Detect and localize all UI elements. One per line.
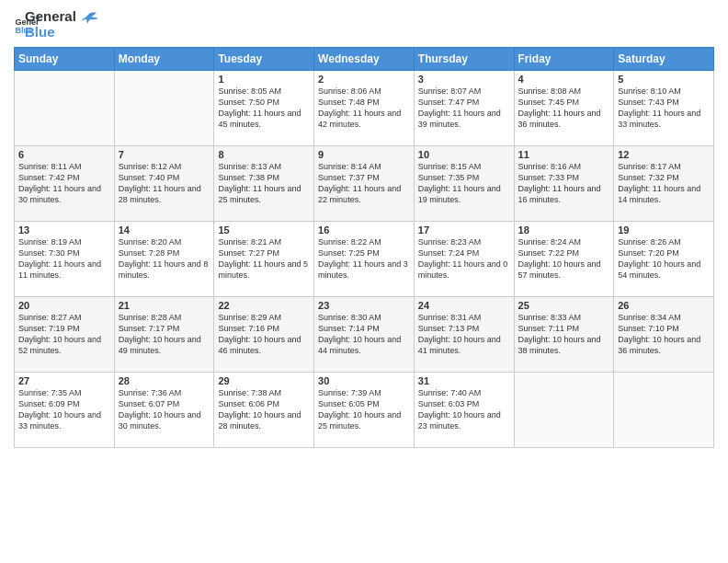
day-number: 12 [618,149,710,160]
day-number: 31 [418,375,510,386]
calendar-cell: 28Sunrise: 7:36 AM Sunset: 6:07 PM Dayli… [114,373,214,448]
day-info: Sunrise: 8:20 AM Sunset: 7:28 PM Dayligh… [119,236,210,282]
day-info: Sunrise: 8:26 AM Sunset: 7:20 PM Dayligh… [618,236,710,282]
day-number: 17 [418,224,510,236]
day-number: 16 [318,224,410,236]
calendar-cell: 19Sunrise: 8:26 AM Sunset: 7:20 PM Dayli… [614,222,714,297]
day-number: 21 [119,300,210,311]
weekday-header-row: SundayMondayTuesdayWednesdayThursdayFrid… [15,48,714,71]
day-info: Sunrise: 8:27 AM Sunset: 7:19 PM Dayligh… [18,312,110,357]
calendar-cell: 6Sunrise: 8:11 AM Sunset: 7:42 PM Daylig… [15,146,115,222]
day-info: Sunrise: 7:36 AM Sunset: 6:07 PM Dayligh… [119,387,210,432]
calendar-cell: 27Sunrise: 7:35 AM Sunset: 6:09 PM Dayli… [15,373,115,448]
day-info: Sunrise: 7:38 AM Sunset: 6:06 PM Dayligh… [218,387,310,432]
day-number: 28 [119,375,210,386]
calendar-cell: 29Sunrise: 7:38 AM Sunset: 6:06 PM Dayli… [214,373,314,448]
calendar-cell [114,71,214,146]
day-info: Sunrise: 8:19 AM Sunset: 7:30 PM Dayligh… [18,236,110,282]
day-info: Sunrise: 8:29 AM Sunset: 7:16 PM Dayligh… [218,312,310,357]
calendar-cell [614,373,714,448]
day-info: Sunrise: 8:22 AM Sunset: 7:25 PM Dayligh… [318,236,410,282]
calendar-cell: 21Sunrise: 8:28 AM Sunset: 7:17 PM Dayli… [114,297,214,373]
calendar-cell: 15Sunrise: 8:21 AM Sunset: 7:27 PM Dayli… [214,222,314,297]
day-number: 4 [518,74,610,85]
day-number: 14 [119,224,210,236]
day-number: 5 [618,74,710,85]
day-number: 22 [218,300,310,311]
calendar-cell: 2Sunrise: 8:06 AM Sunset: 7:48 PM Daylig… [314,71,415,146]
page-container: General Blue General Blue SundayMondayTu… [0,0,728,457]
calendar-cell: 9Sunrise: 8:14 AM Sunset: 7:37 PM Daylig… [314,146,415,222]
weekday-header-saturday: Saturday [614,48,714,71]
calendar-cell: 7Sunrise: 8:12 AM Sunset: 7:40 PM Daylig… [114,146,214,222]
day-info: Sunrise: 8:33 AM Sunset: 7:11 PM Dayligh… [518,312,610,357]
day-number: 2 [318,74,410,85]
day-number: 25 [518,300,610,311]
day-info: Sunrise: 8:05 AM Sunset: 7:50 PM Dayligh… [218,86,310,131]
calendar-week-2: 6Sunrise: 8:11 AM Sunset: 7:42 PM Daylig… [15,146,714,222]
header: General Blue General Blue [14,9,714,40]
logo: General Blue General Blue [14,9,98,40]
day-info: Sunrise: 8:31 AM Sunset: 7:13 PM Dayligh… [418,312,510,357]
calendar-cell: 11Sunrise: 8:16 AM Sunset: 7:33 PM Dayli… [514,146,614,222]
calendar-cell: 24Sunrise: 8:31 AM Sunset: 7:13 PM Dayli… [414,297,514,373]
day-number: 29 [218,375,310,386]
day-number: 8 [218,149,310,160]
day-info: Sunrise: 8:34 AM Sunset: 7:10 PM Dayligh… [618,312,710,357]
logo-bird-icon [78,11,98,31]
calendar-cell: 16Sunrise: 8:22 AM Sunset: 7:25 PM Dayli… [314,222,415,297]
weekday-header-sunday: Sunday [15,48,115,71]
calendar-cell: 20Sunrise: 8:27 AM Sunset: 7:19 PM Dayli… [15,297,115,373]
weekday-header-friday: Friday [514,48,614,71]
calendar-cell: 25Sunrise: 8:33 AM Sunset: 7:11 PM Dayli… [514,297,614,373]
day-info: Sunrise: 8:11 AM Sunset: 7:42 PM Dayligh… [18,161,110,206]
calendar-cell: 4Sunrise: 8:08 AM Sunset: 7:45 PM Daylig… [514,71,614,146]
calendar-cell: 5Sunrise: 8:10 AM Sunset: 7:43 PM Daylig… [614,71,714,146]
day-number: 18 [518,224,610,236]
calendar-cell: 18Sunrise: 8:24 AM Sunset: 7:22 PM Dayli… [514,222,614,297]
day-number: 26 [618,300,710,311]
day-number: 24 [418,300,510,311]
day-info: Sunrise: 8:30 AM Sunset: 7:14 PM Dayligh… [318,312,410,357]
day-number: 10 [418,149,510,160]
day-number: 3 [418,74,510,85]
day-info: Sunrise: 8:28 AM Sunset: 7:17 PM Dayligh… [119,312,210,357]
calendar-table: SundayMondayTuesdayWednesdayThursdayFrid… [14,47,714,448]
day-number: 13 [18,224,110,236]
calendar-week-5: 27Sunrise: 7:35 AM Sunset: 6:09 PM Dayli… [15,373,714,448]
day-number: 7 [119,149,210,160]
logo-blue: Blue [25,25,76,40]
day-info: Sunrise: 8:06 AM Sunset: 7:48 PM Dayligh… [318,86,410,131]
day-info: Sunrise: 7:39 AM Sunset: 6:05 PM Dayligh… [318,387,410,432]
calendar-cell: 31Sunrise: 7:40 AM Sunset: 6:03 PM Dayli… [414,373,514,448]
logo-general: General [25,9,76,25]
day-number: 6 [18,149,110,160]
weekday-header-tuesday: Tuesday [214,48,314,71]
day-number: 23 [318,300,410,311]
calendar-cell: 30Sunrise: 7:39 AM Sunset: 6:05 PM Dayli… [314,373,415,448]
calendar-week-1: 1Sunrise: 8:05 AM Sunset: 7:50 PM Daylig… [15,71,714,146]
calendar-cell: 22Sunrise: 8:29 AM Sunset: 7:16 PM Dayli… [214,297,314,373]
day-number: 9 [318,149,410,160]
calendar-cell: 14Sunrise: 8:20 AM Sunset: 7:28 PM Dayli… [114,222,214,297]
calendar-week-4: 20Sunrise: 8:27 AM Sunset: 7:19 PM Dayli… [15,297,714,373]
day-number: 27 [18,375,110,386]
day-number: 1 [218,74,310,85]
calendar-cell [514,373,614,448]
day-info: Sunrise: 8:23 AM Sunset: 7:24 PM Dayligh… [418,236,510,282]
calendar-cell: 23Sunrise: 8:30 AM Sunset: 7:14 PM Dayli… [314,297,415,373]
day-number: 11 [518,149,610,160]
day-number: 19 [618,224,710,236]
weekday-header-monday: Monday [114,48,214,71]
day-info: Sunrise: 8:16 AM Sunset: 7:33 PM Dayligh… [518,161,610,206]
calendar-cell: 8Sunrise: 8:13 AM Sunset: 7:38 PM Daylig… [214,146,314,222]
calendar-cell: 17Sunrise: 8:23 AM Sunset: 7:24 PM Dayli… [414,222,514,297]
day-info: Sunrise: 8:24 AM Sunset: 7:22 PM Dayligh… [518,236,610,282]
weekday-header-wednesday: Wednesday [314,48,415,71]
day-info: Sunrise: 7:35 AM Sunset: 6:09 PM Dayligh… [18,387,110,432]
day-info: Sunrise: 8:13 AM Sunset: 7:38 PM Dayligh… [218,161,310,206]
weekday-header-thursday: Thursday [414,48,514,71]
calendar-cell: 10Sunrise: 8:15 AM Sunset: 7:35 PM Dayli… [414,146,514,222]
calendar-cell: 3Sunrise: 8:07 AM Sunset: 7:47 PM Daylig… [414,71,514,146]
day-info: Sunrise: 7:40 AM Sunset: 6:03 PM Dayligh… [418,387,510,432]
